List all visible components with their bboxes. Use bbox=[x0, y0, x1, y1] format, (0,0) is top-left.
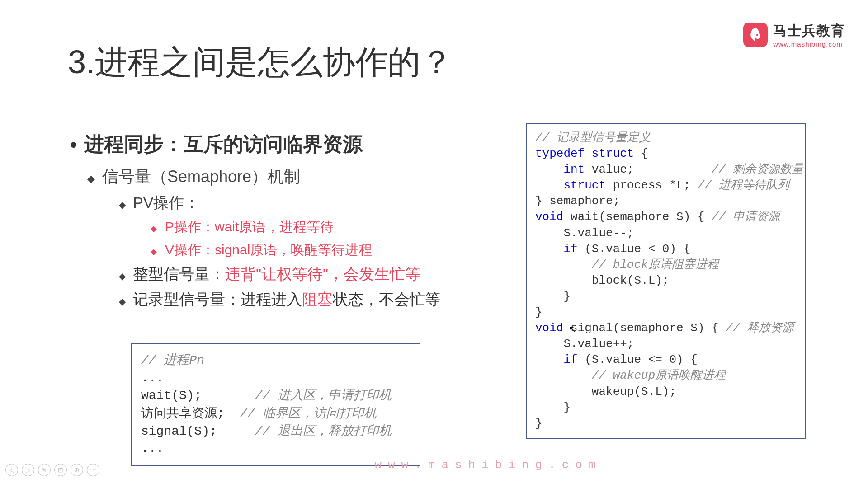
prev-slide-button[interactable]: ◁ bbox=[5, 464, 18, 476]
brand-logo: 马士兵教育 www.mashibing.com bbox=[743, 22, 845, 48]
footer-url: www.mashibing.com bbox=[374, 458, 602, 472]
zoom-button[interactable]: ⊕ bbox=[71, 464, 83, 476]
bullet-record-sem: 记录型信号量：进程进入阻塞状态，不会忙等 bbox=[119, 289, 477, 310]
bullet-v-op: V操作：signal原语，唤醒等待进程 bbox=[151, 241, 477, 259]
code-semaphore-def: // 记录型信号量定义 typedef struct { int value; … bbox=[526, 123, 806, 439]
bullet-pv: PV操作： bbox=[119, 192, 477, 213]
slide-title: 3.进程之间是怎么协作的？ bbox=[68, 41, 453, 84]
footer: www.mashibing.com bbox=[0, 458, 868, 472]
more-button[interactable]: ⋯ bbox=[87, 464, 99, 476]
camera-button[interactable]: ⊡ bbox=[54, 464, 67, 476]
bullet-p-op: P操作：wait原语，进程等待 bbox=[151, 218, 477, 236]
logo-icon bbox=[743, 23, 768, 47]
bullet-int-sem: 整型信号量：违背"让权等待"，会发生忙等 bbox=[119, 264, 477, 285]
logo-url: www.mashibing.com bbox=[773, 40, 845, 48]
bullet-semaphore: 信号量（Semaphore）机制 bbox=[87, 166, 477, 188]
content-area: 进程同步：互斥的访问临界资源 信号量（Semaphore）机制 PV操作： P操… bbox=[70, 131, 477, 314]
logo-title: 马士兵教育 bbox=[773, 22, 845, 40]
pen-button[interactable]: ✎ bbox=[38, 464, 51, 476]
bullet-main: 进程同步：互斥的访问临界资源 bbox=[70, 131, 477, 158]
slide-controls: ◁ ▷ ✎ ⊡ ⊕ ⋯ bbox=[5, 464, 99, 476]
next-slide-button[interactable]: ▷ bbox=[22, 464, 34, 476]
code-process-pn: // 进程Pn ... wait(S); // 进入区，申请打印机 访问共享资源… bbox=[131, 343, 420, 466]
